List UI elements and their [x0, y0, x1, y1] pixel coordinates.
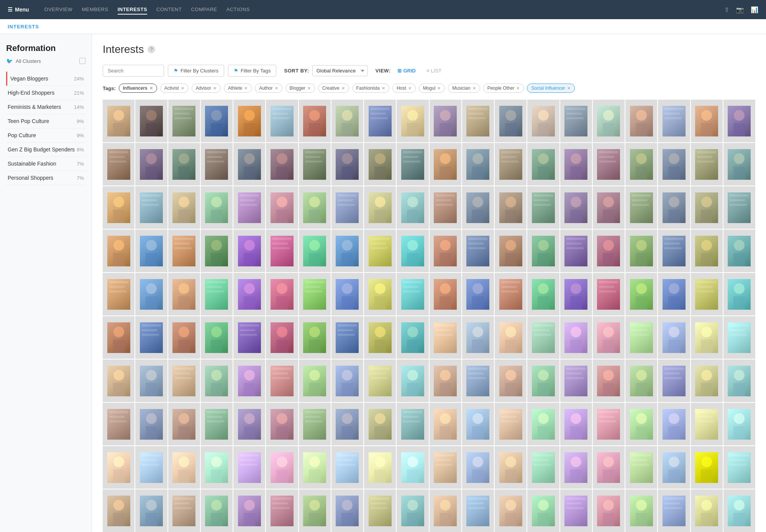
grid-cell[interactable]	[266, 273, 298, 315]
nav-compare[interactable]: COMPARE	[191, 5, 217, 15]
grid-cell[interactable]	[658, 143, 690, 186]
grid-cell[interactable]	[723, 360, 755, 402]
search-input[interactable]	[103, 65, 164, 77]
tag-people-other-close[interactable]: ✕	[516, 86, 520, 91]
grid-cell[interactable]	[560, 100, 592, 142]
grid-cell[interactable]	[103, 230, 135, 272]
grid-cell[interactable]	[135, 100, 167, 142]
grid-cell[interactable]	[168, 403, 200, 445]
grid-cell[interactable]	[495, 489, 527, 532]
menu-button[interactable]: ☰ Menu	[8, 7, 29, 13]
grid-cell[interactable]	[331, 403, 363, 445]
grid-cell[interactable]	[397, 360, 428, 402]
grid-cell[interactable]	[691, 446, 723, 489]
grid-cell[interactable]	[233, 273, 265, 315]
grid-cell[interactable]	[430, 403, 461, 445]
grid-cell[interactable]	[527, 230, 559, 272]
grid-cell[interactable]	[527, 360, 559, 402]
grid-cell[interactable]	[201, 446, 233, 489]
chart-icon[interactable]: 📊	[751, 6, 758, 13]
grid-cell[interactable]	[593, 186, 625, 229]
grid-cell[interactable]	[593, 273, 625, 315]
nav-content[interactable]: CONTENT	[156, 5, 182, 15]
grid-cell[interactable]	[397, 316, 428, 359]
grid-cell[interactable]	[135, 403, 167, 445]
grid-cell[interactable]	[625, 403, 657, 445]
tag-influencers-close[interactable]: ✕	[149, 86, 153, 91]
grid-cell[interactable]	[560, 316, 592, 359]
grid-cell[interactable]	[723, 230, 755, 272]
grid-cell[interactable]	[168, 489, 200, 532]
grid-cell[interactable]	[593, 446, 625, 489]
grid-cell[interactable]	[201, 100, 233, 142]
sidebar-item-sustainable[interactable]: Sustainable Fashion 7%	[6, 157, 85, 171]
nav-overview[interactable]: OVERVIEW	[44, 5, 73, 15]
grid-cell[interactable]	[364, 489, 396, 532]
tag-mogul[interactable]: Mogul ✕	[419, 84, 445, 93]
grid-cell[interactable]	[135, 360, 167, 402]
sidebar-item-personal-shoppers[interactable]: Personal Shoppers 7%	[6, 171, 85, 185]
grid-cell[interactable]	[691, 489, 723, 532]
grid-cell[interactable]	[364, 186, 396, 229]
sidebar-item-feminists[interactable]: Feminists & Marketers 14%	[6, 100, 85, 114]
share-icon[interactable]: ⇧	[724, 6, 729, 13]
grid-cell[interactable]	[299, 230, 331, 272]
grid-cell[interactable]	[397, 446, 428, 489]
tag-athlete-close[interactable]: ✕	[244, 86, 248, 91]
grid-cell[interactable]	[135, 186, 167, 229]
grid-cell[interactable]	[560, 360, 592, 402]
grid-cell[interactable]	[201, 143, 233, 186]
grid-cell[interactable]	[691, 316, 723, 359]
grid-cell[interactable]	[233, 403, 265, 445]
grid-cell[interactable]	[201, 316, 233, 359]
grid-cell[interactable]	[233, 489, 265, 532]
grid-cell[interactable]	[168, 360, 200, 402]
nav-members[interactable]: MEMBERS	[82, 5, 108, 15]
grid-cell[interactable]	[723, 446, 755, 489]
grid-cell[interactable]	[397, 403, 428, 445]
all-clusters-checkbox[interactable]	[79, 58, 85, 64]
grid-cell[interactable]	[658, 316, 690, 359]
grid-cell[interactable]	[233, 230, 265, 272]
grid-cell[interactable]	[103, 273, 135, 315]
grid-cell[interactable]	[168, 273, 200, 315]
sidebar-item-genz[interactable]: Gen Z Big Budget Spenders 8%	[6, 143, 85, 157]
sort-select[interactable]: Global Relevance	[312, 65, 368, 76]
grid-cell[interactable]	[658, 100, 690, 142]
grid-cell[interactable]	[658, 446, 690, 489]
grid-cell[interactable]	[495, 446, 527, 489]
grid-cell[interactable]	[266, 403, 298, 445]
grid-cell[interactable]	[331, 446, 363, 489]
grid-cell[interactable]	[430, 316, 461, 359]
grid-cell[interactable]	[299, 446, 331, 489]
tag-author[interactable]: Author ✕	[255, 84, 282, 93]
grid-cell[interactable]	[266, 100, 298, 142]
grid-cell[interactable]	[135, 316, 167, 359]
grid-cell[interactable]	[299, 273, 331, 315]
grid-cell[interactable]	[201, 273, 233, 315]
tag-host[interactable]: Host ✕	[392, 84, 416, 93]
grid-cell[interactable]	[168, 446, 200, 489]
grid-cell[interactable]	[593, 230, 625, 272]
grid-cell[interactable]	[527, 143, 559, 186]
grid-cell[interactable]	[723, 273, 755, 315]
grid-cell[interactable]	[364, 143, 396, 186]
grid-cell[interactable]	[103, 100, 135, 142]
grid-cell[interactable]	[462, 100, 494, 142]
grid-cell[interactable]	[331, 273, 363, 315]
grid-cell[interactable]	[266, 316, 298, 359]
grid-cell[interactable]	[299, 489, 331, 532]
sidebar-item-high-end-shoppers[interactable]: High-End Shoppers 21%	[6, 86, 85, 100]
grid-cell[interactable]	[364, 100, 396, 142]
grid-cell[interactable]	[560, 489, 592, 532]
tag-musician-close[interactable]: ✕	[472, 86, 476, 91]
grid-cell[interactable]	[266, 360, 298, 402]
grid-cell[interactable]	[723, 186, 755, 229]
grid-cell[interactable]	[658, 230, 690, 272]
grid-cell[interactable]	[560, 446, 592, 489]
grid-cell[interactable]	[331, 489, 363, 532]
grid-cell[interactable]	[593, 403, 625, 445]
grid-cell[interactable]	[625, 316, 657, 359]
grid-cell[interactable]	[266, 143, 298, 186]
grid-cell[interactable]	[331, 143, 363, 186]
